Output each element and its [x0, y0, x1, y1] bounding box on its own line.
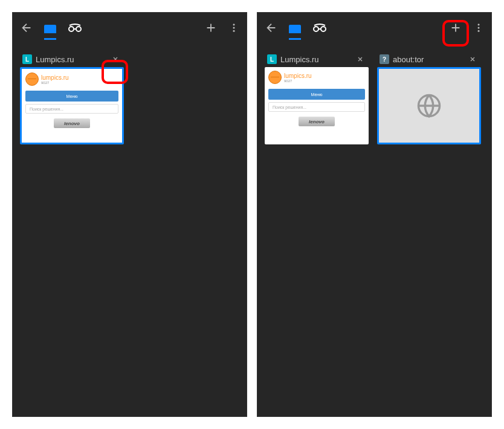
back-icon[interactable] [20, 21, 33, 34]
svg-point-3 [233, 27, 235, 29]
thumb-subtitle: 9027 [41, 81, 69, 85]
thumb-menu-button: Меню [25, 91, 118, 102]
incognito-icon[interactable] [312, 24, 328, 32]
favicon-icon: L [22, 54, 32, 64]
tab-title: Lumpics.ru [36, 55, 106, 64]
back-icon[interactable] [265, 21, 278, 34]
tab-title: Lumpics.ru [280, 55, 351, 64]
new-tab-icon[interactable] [204, 21, 218, 34]
tab-card[interactable]: L Lumpics.ru lumpics.ru 9027 Меню [20, 51, 124, 144]
thumb-image: lenovo [54, 118, 90, 128]
thumb-search: Поиск решения... [268, 102, 365, 112]
screen-left: L Lumpics.ru lumpics.ru 9027 Меню [12, 12, 247, 417]
svg-point-0 [69, 27, 74, 31]
thumb-image: lenovo [299, 117, 335, 126]
tabs-mode-icon[interactable] [44, 25, 56, 40]
tab-thumbnail[interactable]: lumpics.ru 9027 Меню Поиск решения... le… [20, 67, 124, 144]
new-tab-icon[interactable] [449, 21, 462, 34]
menu-icon[interactable] [228, 22, 239, 33]
screen-right: L Lumpics.ru lumpics.ru 9027 Меню [257, 12, 492, 417]
tab-header: ? about:tor [377, 51, 481, 67]
svg-point-8 [478, 27, 480, 29]
logo-icon [25, 73, 39, 86]
thumb-brand: lumpics.ru [41, 74, 69, 81]
svg-point-9 [478, 30, 480, 32]
tab-title: about:tor [393, 55, 463, 64]
svg-point-1 [76, 27, 81, 31]
svg-point-7 [478, 24, 480, 25]
thumb-search: Поиск решения... [25, 104, 118, 114]
thumb-subtitle: 9027 [284, 79, 312, 83]
svg-point-6 [321, 27, 326, 31]
menu-icon[interactable] [473, 22, 484, 33]
tab-thumbnail[interactable]: lumpics.ru 9027 Меню Поиск решения... le… [265, 67, 369, 144]
svg-point-5 [314, 27, 318, 31]
thumb-brand: lumpics.ru [284, 73, 312, 79]
svg-point-2 [233, 24, 235, 25]
tab-grid: L Lumpics.ru lumpics.ru 9027 Меню [13, 43, 247, 153]
incognito-icon[interactable] [67, 24, 83, 32]
tab-card[interactable]: L Lumpics.ru lumpics.ru 9027 Меню [265, 51, 369, 144]
svg-point-4 [233, 30, 235, 32]
toolbar [13, 13, 247, 43]
favicon-icon: L [267, 54, 277, 64]
close-tab-icon[interactable] [467, 53, 479, 65]
tab-card[interactable]: ? about:tor [377, 51, 481, 144]
tabs-mode-icon[interactable] [289, 25, 301, 40]
globe-icon [416, 93, 442, 118]
tab-thumbnail[interactable] [377, 67, 481, 144]
close-tab-icon[interactable] [354, 53, 366, 65]
tab-grid: L Lumpics.ru lumpics.ru 9027 Меню [257, 43, 491, 153]
logo-icon [268, 71, 282, 84]
tab-header: L Lumpics.ru [265, 51, 369, 67]
thumb-menu-button: Меню [268, 89, 365, 100]
close-tab-icon[interactable] [109, 53, 121, 65]
favicon-icon: ? [380, 54, 389, 64]
tab-header: L Lumpics.ru [20, 51, 124, 67]
toolbar [257, 13, 491, 43]
